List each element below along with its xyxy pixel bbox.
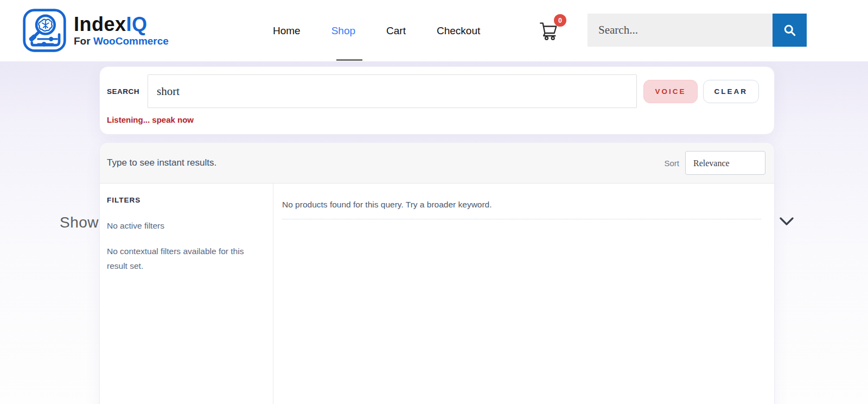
header-search-form bbox=[588, 14, 807, 47]
sort-control: Sort Relevance bbox=[664, 151, 765, 175]
filters-title: FILTERS bbox=[107, 196, 258, 204]
logo-subtitle-blue: WooCommerce bbox=[93, 35, 169, 47]
nav-item-home[interactable]: Home bbox=[273, 25, 301, 37]
filters-sidebar: FILTERS No active filters No contextual … bbox=[100, 184, 273, 404]
nav-item-cart[interactable]: Cart bbox=[386, 25, 406, 37]
results-body: FILTERS No active filters No contextual … bbox=[100, 184, 774, 404]
chevron-down-icon[interactable] bbox=[780, 217, 794, 226]
search-row: SEARCH VOICE CLEAR bbox=[107, 74, 759, 108]
active-tab-underline bbox=[336, 59, 362, 61]
results-content: No products found for this query. Try a … bbox=[273, 184, 774, 404]
cart-button[interactable]: 0 bbox=[538, 20, 562, 43]
sort-select[interactable]: Relevance bbox=[685, 151, 765, 175]
page-background: Show SEARCH VOICE CLEAR Listening... spe… bbox=[0, 61, 868, 404]
logo-title-dark: Index bbox=[74, 13, 126, 35]
instant-results-panel: Type to see instant results. Sort Releva… bbox=[99, 142, 775, 404]
clear-button[interactable]: CLEAR bbox=[703, 80, 760, 103]
results-hint: Type to see instant results. bbox=[107, 157, 216, 168]
sort-label: Sort bbox=[664, 159, 679, 168]
results-header: Type to see instant results. Sort Releva… bbox=[100, 143, 774, 184]
logo-title-blue: IQ bbox=[126, 13, 148, 35]
filters-no-contextual: No contextual filters available for this… bbox=[107, 244, 258, 273]
listening-status: Listening... speak now bbox=[107, 115, 759, 124]
logo-text: IndexIQ For WooCommerce bbox=[74, 15, 169, 46]
page: IndexIQ For WooCommerce Home Shop Cart C… bbox=[0, 0, 868, 404]
cart-count-badge: 0 bbox=[554, 14, 566, 27]
nav-item-shop[interactable]: Shop bbox=[331, 25, 355, 37]
indexiq-logo-icon bbox=[22, 8, 67, 53]
logo-title: IndexIQ bbox=[74, 15, 169, 34]
site-header: IndexIQ For WooCommerce Home Shop Cart C… bbox=[0, 0, 868, 61]
nav-item-checkout[interactable]: Checkout bbox=[437, 25, 480, 37]
header-search-button[interactable] bbox=[773, 14, 807, 47]
header-search-input[interactable] bbox=[588, 14, 773, 47]
main-nav: Home Shop Cart Checkout bbox=[273, 0, 480, 61]
background-show-text: Show bbox=[60, 214, 99, 231]
voice-button[interactable]: VOICE bbox=[643, 80, 697, 103]
logo-subtitle: For WooCommerce bbox=[74, 36, 169, 46]
voice-search-panel: SEARCH VOICE CLEAR Listening... speak no… bbox=[99, 66, 775, 135]
filters-no-active: No active filters bbox=[107, 221, 258, 231]
search-label: SEARCH bbox=[107, 87, 148, 96]
search-icon bbox=[783, 23, 797, 37]
instant-search-input[interactable] bbox=[148, 74, 637, 108]
site-logo[interactable]: IndexIQ For WooCommerce bbox=[22, 8, 169, 53]
empty-results-message: No products found for this query. Try a … bbox=[282, 200, 761, 219]
logo-subtitle-dark: For bbox=[74, 35, 93, 47]
